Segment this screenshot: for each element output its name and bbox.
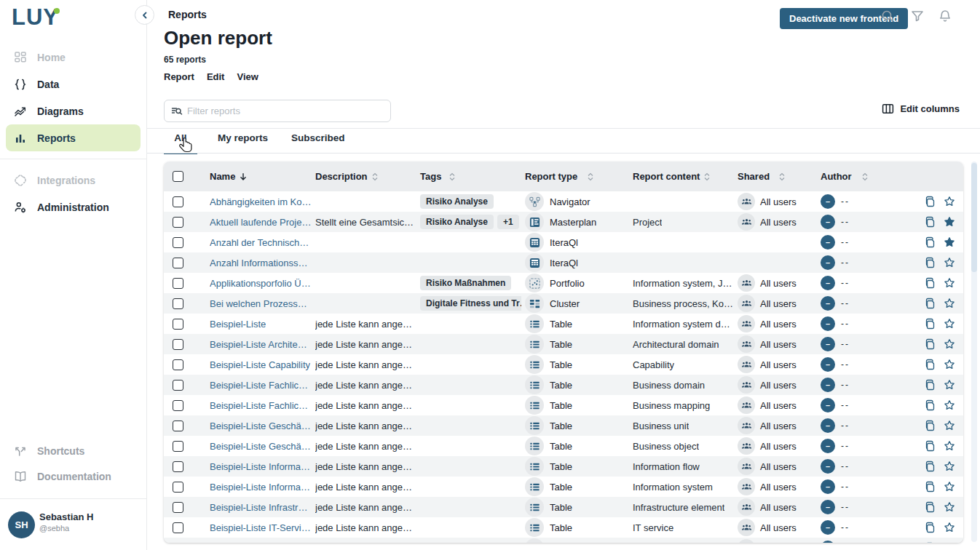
row-checkbox[interactable] bbox=[173, 237, 183, 248]
sidebar-item-administration[interactable]: Administration bbox=[0, 194, 146, 220]
table-row[interactable]: Applikationsporfolio Ü… Risiko Maßnahmen… bbox=[164, 273, 963, 293]
select-all-checkbox[interactable] bbox=[173, 171, 183, 182]
favorite-star-icon[interactable] bbox=[943, 318, 955, 330]
duplicate-report-icon[interactable] bbox=[924, 298, 936, 310]
sidebar-item-documentation[interactable]: Documentation bbox=[0, 466, 146, 487]
table-row[interactable]: Beispiel-Liste Informati… jede Liste kan… bbox=[164, 456, 963, 477]
row-checkbox[interactable] bbox=[173, 319, 183, 330]
favorite-star-icon[interactable] bbox=[943, 440, 955, 453]
report-name-link[interactable]: Beispiel-Liste Geschäft… bbox=[210, 441, 312, 452]
table-scrollbar-thumb[interactable] bbox=[971, 163, 977, 272]
duplicate-report-icon[interactable] bbox=[924, 461, 936, 473]
row-checkbox[interactable] bbox=[173, 441, 183, 452]
duplicate-report-icon[interactable] bbox=[924, 379, 936, 391]
report-name-link[interactable]: Beispiel-Liste Informati… bbox=[210, 482, 312, 493]
favorite-star-icon[interactable] bbox=[943, 399, 955, 412]
favorite-star-icon[interactable] bbox=[943, 216, 955, 228]
sidebar-item-data[interactable]: Data bbox=[0, 71, 146, 97]
duplicate-report-icon[interactable] bbox=[924, 318, 936, 330]
favorite-star-icon[interactable] bbox=[943, 461, 955, 473]
duplicate-report-icon[interactable] bbox=[924, 338, 936, 351]
sidebar-item-home[interactable]: Home bbox=[0, 44, 146, 71]
tab-subscribed[interactable]: Subscribed bbox=[291, 132, 345, 153]
favorite-star-icon[interactable] bbox=[943, 196, 955, 208]
report-name-link[interactable]: Beispiel-Liste Architekt… bbox=[210, 339, 312, 350]
column-header-shared[interactable]: Shared bbox=[734, 162, 817, 191]
table-row[interactable]: Anzahl Informationssy… IteraQl – -- bbox=[164, 252, 963, 273]
favorite-star-icon[interactable] bbox=[943, 501, 955, 514]
row-checkbox[interactable] bbox=[173, 400, 183, 411]
sidebar-collapse-button[interactable] bbox=[135, 5, 154, 25]
table-row[interactable]: Beispiel-Liste Geschäft… jede Liste kann… bbox=[164, 436, 963, 456]
report-name-link[interactable]: Beispiel-Liste Geschäft… bbox=[210, 421, 312, 431]
notifications-bell-icon[interactable] bbox=[938, 9, 952, 23]
report-name-link[interactable]: Beispiel-Liste Capability bbox=[210, 359, 310, 370]
column-header-description[interactable]: Description bbox=[312, 162, 416, 191]
favorite-star-icon[interactable] bbox=[943, 277, 955, 290]
report-name-link[interactable]: Applikationsporfolio Ü… bbox=[210, 278, 311, 289]
favorite-star-icon[interactable] bbox=[943, 298, 955, 310]
report-name-link[interactable]: Beispiel-Liste Infrastru… bbox=[210, 502, 312, 513]
report-name-link[interactable]: Bei welchen Prozessen… bbox=[210, 298, 312, 309]
row-checkbox[interactable] bbox=[173, 196, 183, 207]
row-checkbox[interactable] bbox=[173, 298, 183, 309]
duplicate-report-icon[interactable] bbox=[924, 440, 936, 453]
report-name-link[interactable]: Beispiel-Liste Informati… bbox=[210, 461, 312, 472]
row-checkbox[interactable] bbox=[173, 217, 183, 228]
column-header-name[interactable]: Name bbox=[206, 162, 312, 191]
duplicate-report-icon[interactable] bbox=[924, 236, 936, 249]
row-checkbox[interactable] bbox=[173, 482, 183, 493]
row-checkbox[interactable] bbox=[173, 421, 183, 431]
menu-report[interactable]: Report bbox=[164, 71, 194, 82]
menu-edit[interactable]: Edit bbox=[207, 71, 225, 82]
table-row[interactable]: Beispiel-Liste IT-Servic… jede Liste kan… bbox=[164, 517, 963, 538]
favorite-star-icon[interactable] bbox=[943, 236, 955, 249]
sidebar-item-integrations[interactable]: Integrations bbox=[0, 167, 146, 194]
table-row[interactable]: Beispiel-Liste Fachlich… jede Liste kann… bbox=[164, 395, 963, 415]
duplicate-report-icon[interactable] bbox=[924, 542, 936, 543]
row-checkbox[interactable] bbox=[173, 461, 183, 472]
table-row[interactable]: Beispiel-Liste jede Liste kann angepa… T… bbox=[164, 314, 963, 334]
favorite-star-icon[interactable] bbox=[943, 481, 955, 493]
report-name-link[interactable]: Beispiel-Liste Fachlich… bbox=[210, 380, 312, 391]
favorite-star-icon[interactable] bbox=[943, 359, 955, 371]
duplicate-report-icon[interactable] bbox=[924, 277, 936, 290]
favorite-star-icon[interactable] bbox=[943, 420, 955, 432]
report-name-link[interactable]: Anzahl der Technische… bbox=[210, 237, 312, 248]
report-name-link[interactable]: Abhängigkeiten im Kon… bbox=[210, 196, 312, 207]
tab-my-reports[interactable]: My reports bbox=[218, 132, 268, 153]
sidebar-item-reports[interactable]: Reports bbox=[6, 124, 141, 151]
column-header-report-type[interactable]: Report type bbox=[521, 162, 629, 191]
row-checkbox[interactable] bbox=[173, 502, 183, 513]
table-row[interactable]: Anzahl der Technische… IteraQl – -- bbox=[164, 232, 963, 252]
row-checkbox[interactable] bbox=[173, 339, 183, 350]
edit-columns-button[interactable]: Edit columns bbox=[882, 103, 960, 115]
duplicate-report-icon[interactable] bbox=[924, 501, 936, 514]
row-checkbox[interactable] bbox=[173, 258, 183, 268]
table-row[interactable]: Aktuell laufende Projek… Stellt eine Ges… bbox=[164, 212, 963, 232]
row-checkbox[interactable] bbox=[173, 380, 183, 391]
report-name-link[interactable]: Anzahl Informationssy… bbox=[210, 258, 312, 268]
report-name-link[interactable]: Aktuell laufende Projek… bbox=[210, 217, 312, 228]
filter-funnel-icon[interactable] bbox=[910, 9, 925, 23]
favorite-star-icon[interactable] bbox=[943, 338, 955, 351]
luy-logo[interactable]: LUY bbox=[12, 4, 59, 31]
favorite-star-icon[interactable] bbox=[943, 542, 955, 543]
duplicate-report-icon[interactable] bbox=[924, 359, 936, 371]
table-row[interactable]: Beispiel-Liste Geschäft… jede Liste kann… bbox=[164, 415, 963, 436]
duplicate-report-icon[interactable] bbox=[924, 196, 936, 208]
duplicate-report-icon[interactable] bbox=[924, 522, 936, 534]
menu-view[interactable]: View bbox=[237, 71, 258, 82]
duplicate-report-icon[interactable] bbox=[924, 420, 936, 432]
column-header-tags[interactable]: Tags bbox=[416, 162, 521, 191]
sidebar-item-diagrams[interactable]: Diagrams bbox=[0, 97, 146, 124]
row-checkbox[interactable] bbox=[173, 522, 183, 533]
column-header-author[interactable]: Author bbox=[817, 162, 920, 191]
favorite-star-icon[interactable] bbox=[943, 379, 955, 391]
duplicate-report-icon[interactable] bbox=[924, 257, 936, 269]
column-header-report-content[interactable]: Report content bbox=[629, 162, 734, 191]
user-profile[interactable]: SH Sebastian H @sebha bbox=[0, 498, 146, 550]
table-row[interactable]: Abhängigkeiten im Kon… Risiko Analyse Na… bbox=[164, 191, 963, 212]
report-name-link[interactable]: Beispiel-Liste Fachlich… bbox=[210, 400, 312, 411]
duplicate-report-icon[interactable] bbox=[924, 216, 936, 228]
